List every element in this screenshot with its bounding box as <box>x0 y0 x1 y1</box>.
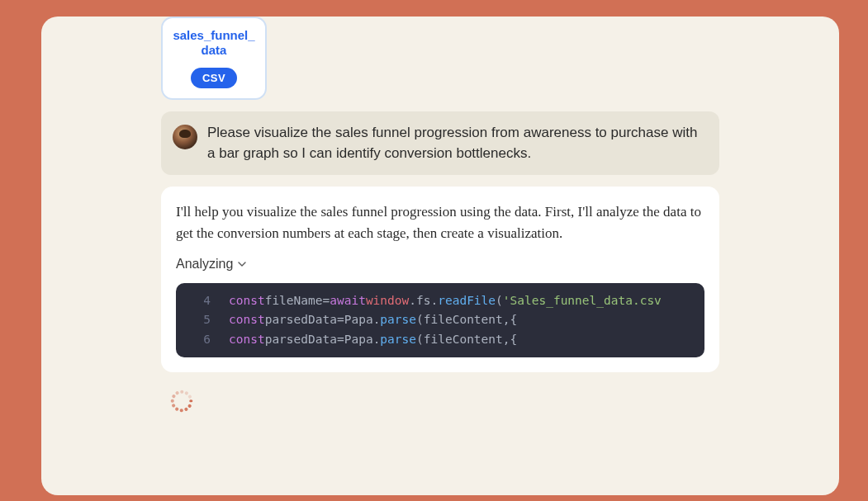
user-message: Please visualize the sales funnel progre… <box>161 111 719 175</box>
user-avatar <box>173 125 197 149</box>
line-number: 6 <box>187 330 211 349</box>
code-block: 4const fileName = await window.fs.readFi… <box>176 283 704 357</box>
analyzing-toggle[interactable]: Analyzing <box>176 257 704 272</box>
file-name: sales_funnel_data <box>169 28 259 58</box>
code-line: 6const parsedData = Papa.parse(fileConte… <box>176 330 704 349</box>
file-attachment[interactable]: sales_funnel_data CSV <box>161 17 267 100</box>
chat-container: sales_funnel_data CSV Please visualize t… <box>41 17 839 495</box>
loading-spinner-icon <box>171 390 192 412</box>
code-content: const fileName = await window.fs.readFil… <box>229 291 662 310</box>
line-number: 4 <box>187 291 211 310</box>
code-content: const parsedData = Papa.parse(fileConten… <box>229 310 517 329</box>
code-line: 5const parsedData = Papa.parse(fileConte… <box>176 310 704 329</box>
chevron-down-icon <box>238 260 246 268</box>
code-content: const parsedData = Papa.parse(fileConten… <box>229 330 517 349</box>
user-message-text: Please visualize the sales funnel progre… <box>207 123 703 163</box>
line-number: 5 <box>187 310 211 329</box>
assistant-message-text: I'll help you visualize the sales funnel… <box>176 201 704 243</box>
code-line: 4const fileName = await window.fs.readFi… <box>176 291 704 310</box>
analyzing-label: Analyzing <box>176 257 233 272</box>
file-type-badge: CSV <box>191 68 237 88</box>
assistant-message: I'll help you visualize the sales funnel… <box>161 187 719 372</box>
